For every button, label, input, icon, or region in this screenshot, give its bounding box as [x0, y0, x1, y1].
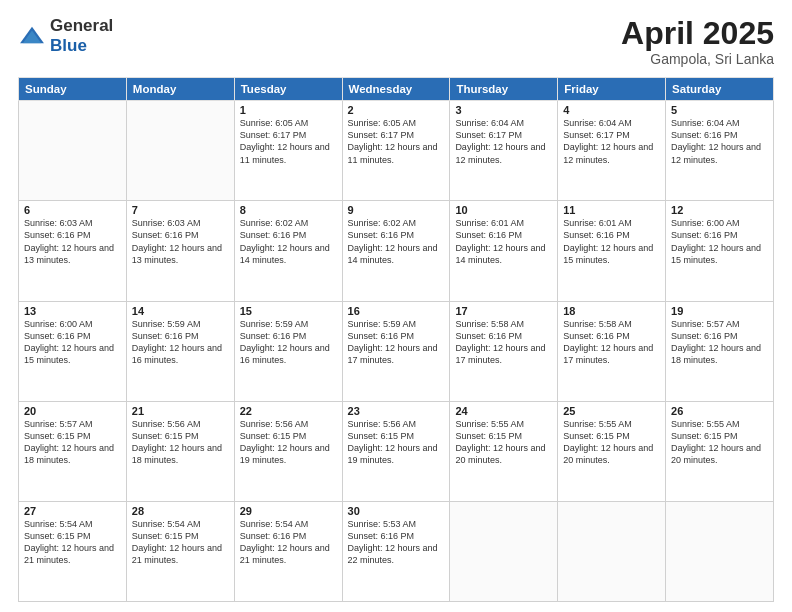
cell-info: Sunrise: 5:59 AM Sunset: 6:16 PM Dayligh… — [132, 318, 229, 367]
cell-day-number: 6 — [24, 204, 121, 216]
table-row: 30Sunrise: 5:53 AM Sunset: 6:16 PM Dayli… — [342, 501, 450, 601]
cell-day-number: 9 — [348, 204, 445, 216]
cell-day-number: 20 — [24, 405, 121, 417]
title-block: April 2025 Gampola, Sri Lanka — [621, 16, 774, 67]
table-row: 4Sunrise: 6:04 AM Sunset: 6:17 PM Daylig… — [558, 101, 666, 201]
table-row: 25Sunrise: 5:55 AM Sunset: 6:15 PM Dayli… — [558, 401, 666, 501]
table-row: 10Sunrise: 6:01 AM Sunset: 6:16 PM Dayli… — [450, 201, 558, 301]
cell-info: Sunrise: 5:54 AM Sunset: 6:15 PM Dayligh… — [24, 518, 121, 567]
table-row: 22Sunrise: 5:56 AM Sunset: 6:15 PM Dayli… — [234, 401, 342, 501]
cell-day-number: 15 — [240, 305, 337, 317]
calendar-title: April 2025 — [621, 16, 774, 51]
cell-info: Sunrise: 6:05 AM Sunset: 6:17 PM Dayligh… — [240, 117, 337, 166]
logo-text: General Blue — [50, 16, 113, 56]
header-saturday: Saturday — [666, 78, 774, 101]
table-row: 19Sunrise: 5:57 AM Sunset: 6:16 PM Dayli… — [666, 301, 774, 401]
cell-day-number: 13 — [24, 305, 121, 317]
cell-day-number: 17 — [455, 305, 552, 317]
logo-general: General — [50, 16, 113, 35]
cell-day-number: 19 — [671, 305, 768, 317]
cell-day-number: 3 — [455, 104, 552, 116]
cell-info: Sunrise: 5:57 AM Sunset: 6:16 PM Dayligh… — [671, 318, 768, 367]
logo: General Blue — [18, 16, 113, 56]
cell-day-number: 16 — [348, 305, 445, 317]
cell-info: Sunrise: 5:56 AM Sunset: 6:15 PM Dayligh… — [348, 418, 445, 467]
cell-day-number: 30 — [348, 505, 445, 517]
cell-info: Sunrise: 6:00 AM Sunset: 6:16 PM Dayligh… — [24, 318, 121, 367]
cell-info: Sunrise: 5:58 AM Sunset: 6:16 PM Dayligh… — [455, 318, 552, 367]
table-row: 26Sunrise: 5:55 AM Sunset: 6:15 PM Dayli… — [666, 401, 774, 501]
table-row: 23Sunrise: 5:56 AM Sunset: 6:15 PM Dayli… — [342, 401, 450, 501]
cell-info: Sunrise: 5:55 AM Sunset: 6:15 PM Dayligh… — [563, 418, 660, 467]
table-row: 20Sunrise: 5:57 AM Sunset: 6:15 PM Dayli… — [19, 401, 127, 501]
cell-day-number: 27 — [24, 505, 121, 517]
cell-info: Sunrise: 6:03 AM Sunset: 6:16 PM Dayligh… — [24, 217, 121, 266]
cell-day-number: 21 — [132, 405, 229, 417]
table-row: 18Sunrise: 5:58 AM Sunset: 6:16 PM Dayli… — [558, 301, 666, 401]
cell-day-number: 2 — [348, 104, 445, 116]
calendar-header: Sunday Monday Tuesday Wednesday Thursday… — [19, 78, 774, 101]
calendar-subtitle: Gampola, Sri Lanka — [621, 51, 774, 67]
header-wednesday: Wednesday — [342, 78, 450, 101]
table-row: 15Sunrise: 5:59 AM Sunset: 6:16 PM Dayli… — [234, 301, 342, 401]
cell-info: Sunrise: 6:04 AM Sunset: 6:17 PM Dayligh… — [455, 117, 552, 166]
header-sunday: Sunday — [19, 78, 127, 101]
calendar-body: 1Sunrise: 6:05 AM Sunset: 6:17 PM Daylig… — [19, 101, 774, 602]
cell-day-number: 12 — [671, 204, 768, 216]
table-row — [19, 101, 127, 201]
cell-info: Sunrise: 5:56 AM Sunset: 6:15 PM Dayligh… — [240, 418, 337, 467]
cell-day-number: 22 — [240, 405, 337, 417]
table-row: 3Sunrise: 6:04 AM Sunset: 6:17 PM Daylig… — [450, 101, 558, 201]
cell-info: Sunrise: 5:54 AM Sunset: 6:15 PM Dayligh… — [132, 518, 229, 567]
cell-day-number: 29 — [240, 505, 337, 517]
cell-day-number: 14 — [132, 305, 229, 317]
table-row — [450, 501, 558, 601]
cell-info: Sunrise: 5:58 AM Sunset: 6:16 PM Dayligh… — [563, 318, 660, 367]
cell-day-number: 28 — [132, 505, 229, 517]
cell-info: Sunrise: 6:03 AM Sunset: 6:16 PM Dayligh… — [132, 217, 229, 266]
table-row: 13Sunrise: 6:00 AM Sunset: 6:16 PM Dayli… — [19, 301, 127, 401]
table-row: 12Sunrise: 6:00 AM Sunset: 6:16 PM Dayli… — [666, 201, 774, 301]
cell-day-number: 11 — [563, 204, 660, 216]
table-row: 1Sunrise: 6:05 AM Sunset: 6:17 PM Daylig… — [234, 101, 342, 201]
cell-info: Sunrise: 6:05 AM Sunset: 6:17 PM Dayligh… — [348, 117, 445, 166]
header-monday: Monday — [126, 78, 234, 101]
table-row — [126, 101, 234, 201]
cell-info: Sunrise: 5:57 AM Sunset: 6:15 PM Dayligh… — [24, 418, 121, 467]
table-row: 14Sunrise: 5:59 AM Sunset: 6:16 PM Dayli… — [126, 301, 234, 401]
cell-day-number: 1 — [240, 104, 337, 116]
cell-day-number: 24 — [455, 405, 552, 417]
logo-blue: Blue — [50, 36, 87, 55]
cell-day-number: 25 — [563, 405, 660, 417]
cell-info: Sunrise: 6:04 AM Sunset: 6:16 PM Dayligh… — [671, 117, 768, 166]
calendar-table: Sunday Monday Tuesday Wednesday Thursday… — [18, 77, 774, 602]
table-row: 9Sunrise: 6:02 AM Sunset: 6:16 PM Daylig… — [342, 201, 450, 301]
cell-info: Sunrise: 6:02 AM Sunset: 6:16 PM Dayligh… — [240, 217, 337, 266]
table-row: 29Sunrise: 5:54 AM Sunset: 6:16 PM Dayli… — [234, 501, 342, 601]
cell-info: Sunrise: 5:56 AM Sunset: 6:15 PM Dayligh… — [132, 418, 229, 467]
table-row: 8Sunrise: 6:02 AM Sunset: 6:16 PM Daylig… — [234, 201, 342, 301]
table-row: 16Sunrise: 5:59 AM Sunset: 6:16 PM Dayli… — [342, 301, 450, 401]
cell-day-number: 8 — [240, 204, 337, 216]
cell-day-number: 4 — [563, 104, 660, 116]
header-thursday: Thursday — [450, 78, 558, 101]
cell-info: Sunrise: 6:01 AM Sunset: 6:16 PM Dayligh… — [455, 217, 552, 266]
table-row: 11Sunrise: 6:01 AM Sunset: 6:16 PM Dayli… — [558, 201, 666, 301]
cell-info: Sunrise: 5:54 AM Sunset: 6:16 PM Dayligh… — [240, 518, 337, 567]
table-row: 2Sunrise: 6:05 AM Sunset: 6:17 PM Daylig… — [342, 101, 450, 201]
table-row — [558, 501, 666, 601]
cell-day-number: 26 — [671, 405, 768, 417]
table-row: 27Sunrise: 5:54 AM Sunset: 6:15 PM Dayli… — [19, 501, 127, 601]
table-row: 17Sunrise: 5:58 AM Sunset: 6:16 PM Dayli… — [450, 301, 558, 401]
cell-info: Sunrise: 5:59 AM Sunset: 6:16 PM Dayligh… — [348, 318, 445, 367]
cell-info: Sunrise: 6:01 AM Sunset: 6:16 PM Dayligh… — [563, 217, 660, 266]
cell-info: Sunrise: 5:53 AM Sunset: 6:16 PM Dayligh… — [348, 518, 445, 567]
header-friday: Friday — [558, 78, 666, 101]
cell-info: Sunrise: 6:04 AM Sunset: 6:17 PM Dayligh… — [563, 117, 660, 166]
cell-day-number: 5 — [671, 104, 768, 116]
cell-day-number: 23 — [348, 405, 445, 417]
table-row: 24Sunrise: 5:55 AM Sunset: 6:15 PM Dayli… — [450, 401, 558, 501]
header: General Blue April 2025 Gampola, Sri Lan… — [18, 16, 774, 67]
cell-info: Sunrise: 5:55 AM Sunset: 6:15 PM Dayligh… — [455, 418, 552, 467]
table-row: 5Sunrise: 6:04 AM Sunset: 6:16 PM Daylig… — [666, 101, 774, 201]
